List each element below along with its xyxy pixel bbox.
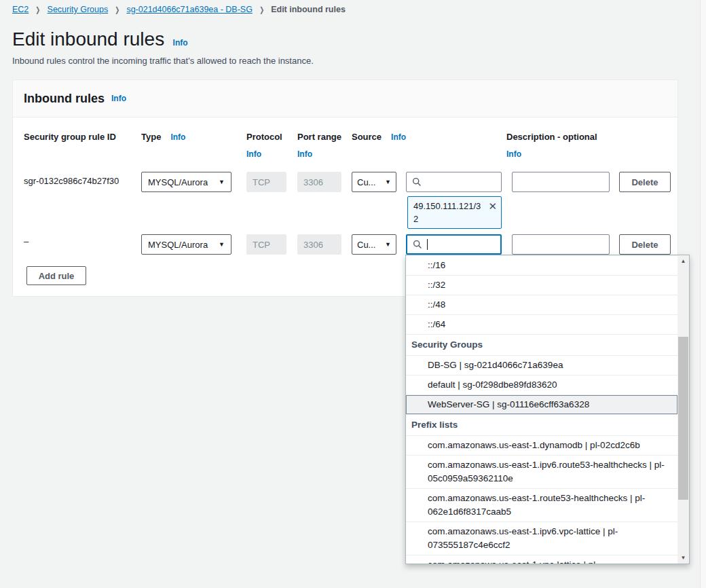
source-dropdown-option[interactable]: DB-SG | sg-021d4066c71a639ea: [406, 356, 677, 375]
source-dropdown-option[interactable]: default | sg-0f298dbe89fd83620: [406, 375, 677, 395]
source-dropdown-option[interactable]: WebServer-SG | sg-01116e6cff63a6328: [406, 395, 677, 415]
col-header-protocol: Protocol: [246, 132, 282, 142]
panel-info-link[interactable]: Info: [111, 94, 126, 103]
rule-row-2-description-input[interactable]: [512, 234, 610, 255]
type-info-link[interactable]: Info: [170, 132, 185, 142]
rule-row-1-source-select[interactable]: Cu... ▼: [352, 172, 396, 192]
col-header-port-range: Port range: [297, 132, 341, 142]
rule-row-1-type-select[interactable]: MYSQL/Aurora ▼: [141, 172, 231, 192]
chevron-right-icon: ❯: [35, 5, 40, 14]
rule-row-1-source-tag: 49.150.111.121/32 ✕: [407, 196, 502, 229]
rule-row-2-delete-button[interactable]: Delete: [619, 234, 671, 255]
scroll-down-icon[interactable]: ▼: [677, 552, 689, 564]
rule-row-1-protocol: TCP: [246, 172, 286, 192]
rule-row-2-source-search-input[interactable]: [406, 234, 502, 255]
rule-row-2-source-select[interactable]: Cu... ▼: [352, 234, 396, 255]
col-header-rule-id: Security group rule ID: [24, 132, 116, 142]
source-dropdown-option[interactable]: com.amazonaws.us-east-1.route53-healthch…: [406, 489, 677, 522]
close-icon[interactable]: ✕: [485, 200, 497, 225]
col-header-source: SourceInfo: [352, 132, 406, 142]
col-header-description: Description - optional: [506, 132, 597, 142]
source-dropdown-option[interactable]: ::/32: [406, 276, 677, 295]
page-title: Edit inbound rules: [12, 29, 164, 50]
search-icon: [413, 240, 422, 249]
chevron-down-icon: ▼: [385, 179, 391, 185]
chevron-right-icon: ❯: [259, 5, 264, 14]
rule-row-1-description-input[interactable]: [512, 172, 610, 192]
chevron-down-icon: ▼: [385, 241, 391, 248]
breadcrumb: EC2❯Security Groups❯sg-021d4066c71a639ea…: [12, 5, 346, 14]
breadcrumb-link[interactable]: Security Groups: [48, 5, 109, 14]
source-info-link[interactable]: Info: [391, 132, 406, 142]
rule-row-2-type-select[interactable]: MYSQL/Aurora ▼: [141, 234, 231, 255]
description-info-link[interactable]: Info: [506, 149, 521, 159]
source-dropdown-section-header: Security Groups: [406, 335, 677, 356]
page-info-link[interactable]: Info: [173, 38, 188, 48]
rule-row-1-source-search-input[interactable]: [406, 172, 502, 192]
panel-title: Inbound rules: [24, 92, 105, 106]
source-dropdown-option[interactable]: com.amazonaws.us-east-1.ipv6.route53-hea…: [406, 456, 677, 489]
scroll-up-icon[interactable]: ▲: [677, 255, 689, 267]
source-dropdown-option[interactable]: com.amazonaws.us-east-1.ipv6.vpc-lattice…: [406, 522, 677, 555]
rule-row-2-port-range: 3306: [297, 234, 341, 255]
rule-row-2-protocol: TCP: [246, 234, 286, 255]
chevron-right-icon: ❯: [115, 5, 119, 14]
source-dropdown-option[interactable]: ::/64: [406, 315, 677, 335]
dropdown-scrollbar[interactable]: ▲ ▼: [677, 255, 689, 564]
source-tag-value: 49.150.111.121/32: [413, 200, 485, 225]
protocol-info-link[interactable]: Info: [246, 149, 261, 159]
chevron-down-icon: ▼: [219, 241, 225, 248]
panel-header: Inbound rules Info: [13, 80, 677, 117]
chevron-down-icon: ▼: [219, 179, 225, 185]
rule-row-2-id: –: [24, 236, 29, 246]
source-dropdown: ::/16::/32::/48::/64Security GroupsDB-SG…: [405, 255, 690, 564]
rule-row-1-delete-button[interactable]: Delete: [619, 172, 671, 192]
source-dropdown-option[interactable]: ::/16: [406, 256, 677, 276]
source-dropdown-option[interactable]: com.amazonaws.us-east-1.dynamodb | pl-02…: [406, 436, 677, 456]
breadcrumb-link[interactable]: EC2: [12, 5, 29, 14]
rule-row-1-port-range: 3306: [297, 172, 341, 192]
breadcrumb-current: Edit inbound rules: [271, 5, 346, 14]
source-dropdown-option[interactable]: com.amazonaws.us-east-1.vpc-lattice | pl…: [406, 555, 677, 564]
search-icon: [412, 177, 422, 187]
text-cursor: [427, 239, 428, 250]
add-rule-button[interactable]: Add rule: [26, 266, 86, 285]
breadcrumb-link[interactable]: sg-021d4066c71a639ea - DB-SG: [126, 5, 253, 14]
page-subtitle: Inbound rules control the incoming traff…: [12, 56, 314, 66]
source-dropdown-list: ::/16::/32::/48::/64Security GroupsDB-SG…: [406, 255, 677, 564]
port-range-info-link[interactable]: Info: [297, 149, 312, 159]
scrollbar-thumb[interactable]: [678, 337, 688, 500]
col-header-type: TypeInfo: [141, 132, 185, 142]
page-scrollbar[interactable]: [700, 0, 706, 588]
source-dropdown-section-header: Prefix lists: [406, 415, 677, 436]
rule-row-1-id: sgr-0132c986c74b27f30: [24, 176, 119, 186]
source-dropdown-option[interactable]: ::/48: [406, 295, 677, 315]
